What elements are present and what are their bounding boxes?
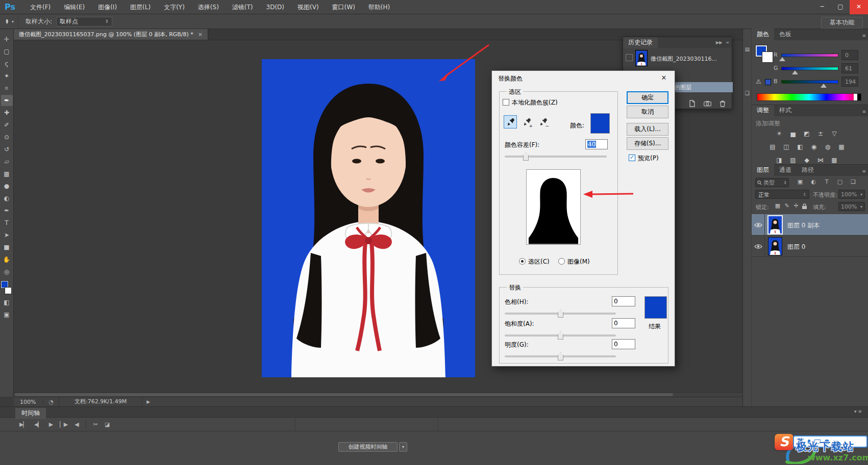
slider-thumb[interactable] [558, 331, 563, 340]
canvas-image[interactable] [262, 59, 475, 377]
mute-audio-button[interactable]: ◀ [75, 421, 78, 428]
load-button[interactable]: 载入(L)... [627, 123, 668, 136]
fuzziness-input[interactable]: 40 [585, 139, 608, 149]
invert-icon[interactable]: ◨ [775, 156, 784, 164]
exposure-icon[interactable]: ± [816, 130, 825, 138]
hand-tool[interactable]: ✋ [1, 254, 13, 265]
localized-clusters-checkbox[interactable] [503, 99, 509, 106]
menu-edit[interactable]: 编辑(E) [57, 0, 91, 14]
previous-frame-button[interactable]: ◀▏ [34, 421, 42, 428]
green-slider-thumb[interactable] [792, 70, 798, 74]
lock-move-icon[interactable]: ✛ [791, 202, 801, 209]
green-value[interactable]: 61 [841, 63, 858, 73]
tab-styles[interactable]: 样式 [774, 105, 797, 116]
document-tab[interactable]: 微信截图_20230301165037.png @ 100% (图层 0 副本,… [14, 29, 208, 40]
layer-row-copy[interactable]: 图层 0 副本 [752, 214, 868, 236]
sample-size-dropdown[interactable]: 取样点 ⇕ [56, 17, 112, 27]
tab-swatches[interactable]: 色板 [774, 28, 797, 40]
gradient-map-icon[interactable]: ⋈ [816, 156, 825, 164]
menu-layer[interactable]: 图层(L) [123, 0, 157, 14]
menu-help[interactable]: 帮助(H) [362, 0, 396, 14]
lightness-slider[interactable] [505, 352, 616, 361]
black-white-icon[interactable]: ◧ [796, 143, 805, 151]
gamut-warning-icon[interactable]: ⚠ [756, 78, 761, 85]
cancel-button[interactable]: 取消 [627, 106, 668, 118]
eyedropper-add-button[interactable]: + [520, 115, 533, 128]
hue-input[interactable]: 0 [612, 296, 635, 306]
menu-image[interactable]: 图像(I) [91, 0, 123, 14]
fuzziness-slider[interactable] [505, 152, 607, 161]
channel-mixer-icon[interactable]: ◍ [823, 143, 832, 151]
dodge-tool[interactable]: ◐ [1, 193, 13, 204]
gradient-tool[interactable]: ▩ [1, 168, 13, 179]
lock-transparent-icon[interactable]: ▦ [773, 202, 782, 209]
eyedropper-subtract-button[interactable]: − [536, 115, 550, 128]
lasso-tool[interactable]: ς [1, 58, 13, 69]
panel-menu-icon[interactable]: ≡ [858, 409, 862, 414]
color-lookup-icon[interactable]: ▦ [837, 143, 846, 151]
layer-visibility-toggle[interactable] [752, 214, 765, 236]
history-brush-tool[interactable]: ↺ [1, 144, 13, 155]
screen-mode-icon[interactable]: ▣ [1, 309, 13, 320]
color-spectrum-ramp[interactable] [757, 93, 861, 101]
first-frame-button[interactable]: ▶▏ [19, 421, 27, 428]
layer-thumbnail[interactable] [768, 216, 782, 234]
filter-smart-object-icon[interactable]: ❏ [849, 178, 858, 185]
shape-tool[interactable]: ■ [1, 242, 13, 253]
result-color-swatch[interactable] [644, 296, 667, 319]
collapsed-history-icon[interactable]: ▤ [743, 46, 751, 52]
play-button[interactable]: ▶ [49, 421, 53, 428]
save-button[interactable]: 存储(S)... [627, 137, 668, 150]
timeline-mode-dropdown[interactable]: ▾ [399, 442, 407, 452]
color-balance-icon[interactable]: ◫ [782, 143, 791, 151]
black-swatch[interactable] [857, 94, 861, 100]
tab-history[interactable]: 历史记录 [623, 37, 658, 48]
selection-preview[interactable] [526, 169, 581, 245]
hue-slider[interactable] [505, 309, 616, 318]
minimize-button[interactable]: ─ [813, 0, 831, 14]
filter-shape-icon[interactable]: ▢ [835, 178, 845, 185]
lightness-input[interactable]: 0 [612, 339, 635, 349]
panel-menu-icon[interactable]: ≡ [859, 109, 868, 116]
pen-tool[interactable]: ✒ [1, 205, 13, 216]
filter-adjustment-icon[interactable]: ◐ [809, 178, 818, 185]
blend-mode-dropdown[interactable]: 正常 ⇕ [755, 190, 809, 199]
tab-adjustments[interactable]: 调整 [752, 105, 774, 116]
menu-filter[interactable]: 滤镜(T) [226, 0, 260, 14]
create-video-timeline-button[interactable]: 创建视频时间轴 [338, 442, 398, 452]
snapshot-thumbnail[interactable] [636, 50, 647, 66]
type-tool[interactable]: T [1, 217, 13, 228]
preview-checkbox[interactable] [629, 154, 635, 161]
red-value[interactable]: 0 [841, 50, 858, 60]
white-swatch[interactable] [854, 94, 857, 100]
blue-slider-thumb[interactable] [821, 84, 827, 88]
saturation-slider[interactable] [505, 331, 616, 340]
tab-color[interactable]: 颜色 [752, 28, 774, 40]
path-select-tool[interactable]: ➤ [1, 229, 13, 241]
tab-layers[interactable]: 图层 [752, 164, 774, 176]
hue-saturation-icon[interactable]: ▤ [768, 143, 777, 151]
fill-value[interactable]: 100% ▾ [838, 202, 865, 211]
quick-mask-icon[interactable]: ◧ [1, 297, 13, 308]
ok-button[interactable]: 确定 [627, 91, 668, 104]
status-arrow-icon[interactable]: ▶ [142, 399, 154, 404]
saturation-input[interactable]: 0 [612, 318, 635, 328]
menu-file[interactable]: 文件(F) [23, 0, 57, 14]
dialog-close-button[interactable]: ✕ [653, 71, 675, 85]
eraser-tool[interactable]: ▱ [1, 156, 13, 167]
new-document-from-state-icon[interactable] [688, 100, 696, 107]
layer-row-base[interactable]: 图层 0 [752, 236, 868, 257]
red-slider[interactable] [781, 54, 838, 57]
zoom-tool[interactable]: ◎ [1, 266, 13, 277]
panel-menu-icon[interactable]: ≡ [859, 33, 868, 40]
tab-channels[interactable]: 通道 [774, 164, 797, 176]
green-slider[interactable] [781, 67, 838, 70]
maximize-button[interactable]: ▢ [831, 0, 850, 14]
image-radio[interactable] [558, 258, 565, 265]
blur-tool[interactable]: ● [1, 180, 13, 192]
brush-tool[interactable]: ✐ [1, 119, 13, 131]
selection-radio[interactable] [519, 258, 526, 265]
layer-thumbnail[interactable] [768, 238, 782, 255]
menu-select[interactable]: 选择(S) [191, 0, 226, 14]
menu-3d[interactable]: 3D(D) [260, 0, 291, 14]
